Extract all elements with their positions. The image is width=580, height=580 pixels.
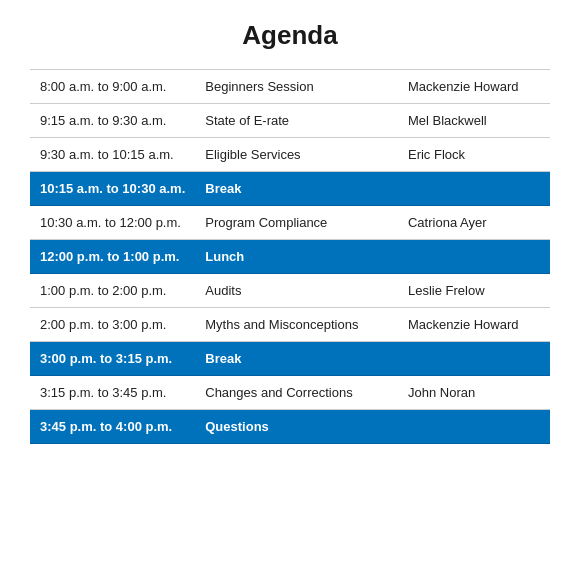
speaker-cell: Leslie Frelow [398,274,550,308]
time-cell: 10:15 a.m. to 10:30 a.m. [30,172,195,206]
page-title: Agenda [30,20,550,51]
speaker-cell: Eric Flock [398,138,550,172]
session-cell: Break [195,172,398,206]
session-cell: Changes and Corrections [195,376,398,410]
session-cell: Program Compliance [195,206,398,240]
session-cell: Lunch [195,240,398,274]
time-cell: 1:00 p.m. to 2:00 p.m. [30,274,195,308]
time-cell: 12:00 p.m. to 1:00 p.m. [30,240,195,274]
session-cell: State of E-rate [195,104,398,138]
table-row: 10:30 a.m. to 12:00 p.m.Program Complian… [30,206,550,240]
session-cell: Audits [195,274,398,308]
agenda-table: 8:00 a.m. to 9:00 a.m.Beginners SessionM… [30,69,550,444]
speaker-cell [398,342,550,376]
table-row: 3:00 p.m. to 3:15 p.m.Break [30,342,550,376]
time-cell: 3:45 p.m. to 4:00 p.m. [30,410,195,444]
table-row: 12:00 p.m. to 1:00 p.m.Lunch [30,240,550,274]
speaker-cell: Mel Blackwell [398,104,550,138]
speaker-cell: John Noran [398,376,550,410]
table-row: 9:15 a.m. to 9:30 a.m.State of E-rateMel… [30,104,550,138]
time-cell: 3:15 p.m. to 3:45 p.m. [30,376,195,410]
speaker-cell [398,240,550,274]
speaker-cell: Mackenzie Howard [398,70,550,104]
page: Agenda 8:00 a.m. to 9:00 a.m.Beginners S… [0,0,580,580]
table-row: 9:30 a.m. to 10:15 a.m.Eligible Services… [30,138,550,172]
speaker-cell [398,410,550,444]
speaker-cell: Mackenzie Howard [398,308,550,342]
speaker-cell [398,172,550,206]
session-cell: Eligible Services [195,138,398,172]
time-cell: 10:30 a.m. to 12:00 p.m. [30,206,195,240]
session-cell: Questions [195,410,398,444]
speaker-cell: Catriona Ayer [398,206,550,240]
time-cell: 3:00 p.m. to 3:15 p.m. [30,342,195,376]
table-row: 1:00 p.m. to 2:00 p.m.AuditsLeslie Frelo… [30,274,550,308]
table-row: 3:15 p.m. to 3:45 p.m.Changes and Correc… [30,376,550,410]
table-row: 8:00 a.m. to 9:00 a.m.Beginners SessionM… [30,70,550,104]
table-row: 10:15 a.m. to 10:30 a.m.Break [30,172,550,206]
session-cell: Beginners Session [195,70,398,104]
session-cell: Myths and Misconceptions [195,308,398,342]
time-cell: 9:15 a.m. to 9:30 a.m. [30,104,195,138]
session-cell: Break [195,342,398,376]
time-cell: 8:00 a.m. to 9:00 a.m. [30,70,195,104]
table-row: 3:45 p.m. to 4:00 p.m.Questions [30,410,550,444]
time-cell: 2:00 p.m. to 3:00 p.m. [30,308,195,342]
table-row: 2:00 p.m. to 3:00 p.m.Myths and Misconce… [30,308,550,342]
time-cell: 9:30 a.m. to 10:15 a.m. [30,138,195,172]
